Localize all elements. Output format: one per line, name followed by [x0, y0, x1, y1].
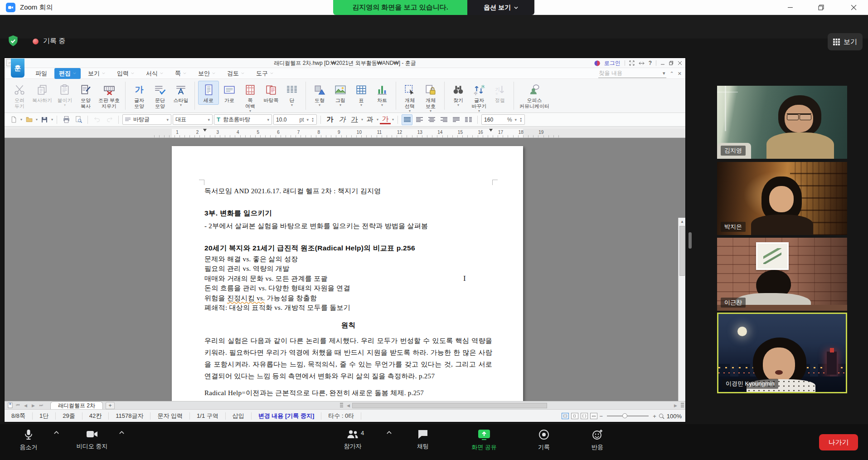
view-options-button[interactable]: 옵션 보기 [467, 0, 534, 15]
font-color-button[interactable]: 가 [380, 115, 391, 124]
tool-replace-button[interactable]: 水수글자바꾸기▾ [469, 81, 490, 114]
zoom-slider-thumb[interactable] [622, 413, 627, 418]
align-divide-button[interactable] [463, 114, 474, 125]
tool-columns-button[interactable]: 단▾ [281, 81, 302, 108]
char-spacing-button[interactable]: 과 [364, 114, 375, 125]
align-center-button[interactable] [426, 114, 437, 125]
save-icon[interactable] [39, 114, 50, 125]
tool-format-painter-button[interactable]: 모양복사 [75, 81, 96, 111]
document-tab[interactable]: 래디컬헬프 2차 [50, 401, 103, 410]
mic-button[interactable]: 음소거 [4, 429, 53, 451]
video-tile[interactable]: 이근찬 [717, 238, 847, 311]
video-options-chevron[interactable] [119, 431, 125, 435]
scrollbar-grip[interactable] [681, 403, 684, 408]
video-tile-active-speaker[interactable]: 이경민 Kyoungmin [717, 313, 847, 393]
tool-paste-button[interactable]: 붙이기▾ [54, 81, 75, 108]
preview-icon[interactable] [73, 114, 84, 125]
tool-table-button[interactable]: 표▾ [351, 81, 372, 108]
scroll-up-icon[interactable]: ▲ [679, 218, 685, 225]
menu-보안[interactable]: 보안 [194, 68, 220, 79]
tool-sort-button[interactable]: 기ㅎ정렬 [490, 81, 510, 105]
menu-쪽[interactable]: 쪽 [170, 68, 191, 79]
menu-입력[interactable]: 입력 [112, 68, 139, 79]
add-tab-button[interactable]: + [106, 402, 115, 409]
new-caret[interactable]: ▾ [20, 117, 22, 122]
right-margin-marker[interactable] [489, 129, 493, 132]
panel-splitter-handle[interactable] [689, 232, 692, 249]
tool-portrait-button[interactable]: 세로 [198, 81, 219, 105]
tool-style-button[interactable]: 스타일▾ [170, 81, 191, 108]
close-button[interactable] [843, 0, 864, 15]
underline-button[interactable]: 가 [349, 114, 360, 125]
font-combo[interactable]: T함초롬바탕▾ [214, 114, 272, 125]
zoom-in-icon[interactable]: + [653, 413, 656, 420]
new-document-icon[interactable] [8, 114, 19, 125]
search-prev-icon[interactable]: ⌃ [670, 71, 674, 77]
tool-master-page-button[interactable]: 바탕쪽 [261, 81, 281, 105]
view-layout-button[interactable]: 보기 [828, 33, 863, 50]
next-tab-icon[interactable]: ▶ [29, 401, 37, 409]
bookmark-icon[interactable] [6, 401, 14, 409]
horizontal-scroll-thumb[interactable] [352, 403, 547, 408]
video-tile[interactable]: 김지영 [717, 86, 847, 159]
align-left-button[interactable] [414, 114, 425, 125]
scrollbar-grip[interactable] [340, 403, 343, 408]
tool-find-button[interactable]: 찾기▾ [448, 81, 469, 108]
fit-width-icon[interactable] [639, 61, 645, 66]
hwp-close-icon[interactable] [678, 61, 682, 65]
tool-para-shape-button[interactable]: 문단모양 [150, 81, 170, 111]
tool-communicator-button[interactable]: 오피스커뮤니케이터 [517, 81, 552, 111]
open-caret[interactable]: ▾ [36, 117, 38, 122]
hwp-minimize-icon[interactable] [660, 61, 665, 65]
left-margin-marker[interactable] [203, 129, 207, 132]
italic-button[interactable]: 가 [337, 114, 348, 125]
document-page[interactable]: 독서모임 AND 2021.6.17. 래디컬 헬프 2차 : 책지기 김지영3… [172, 146, 523, 401]
chat-button[interactable]: 채팅 [398, 429, 448, 450]
tool-object-protect-button[interactable]: 개체보호▾ [420, 81, 441, 114]
menu-파일[interactable]: 파일 [31, 68, 52, 79]
bold-button[interactable]: 가 [325, 114, 335, 125]
zoom-out-icon[interactable]: − [600, 413, 603, 420]
font-size-spinner[interactable]: ▲▼ [311, 117, 314, 122]
menu-서식[interactable]: 서식 [141, 68, 168, 79]
security-shield-icon[interactable] [7, 35, 19, 48]
restore-button[interactable] [810, 0, 831, 15]
align-justify-button[interactable] [402, 114, 412, 125]
view-mode-split-icon[interactable] [581, 413, 588, 419]
menu-편집[interactable]: 편집 [54, 68, 81, 79]
menu-보기[interactable]: 보기 [83, 68, 110, 79]
tool-landscape-button[interactable]: 가로 [219, 81, 240, 105]
search-close-icon[interactable]: ✕ [678, 71, 682, 77]
align-distribute-button[interactable] [451, 114, 461, 125]
reactions-button[interactable]: 반응 [572, 429, 622, 451]
open-file-icon[interactable] [24, 114, 34, 125]
horizontal-scrollbar[interactable]: ◀ ▶ [339, 401, 685, 410]
tool-shapes-button[interactable]: 도형▾ [309, 81, 330, 108]
font-size-combo[interactable]: 10.0pt▾▲▼ [273, 114, 317, 125]
vertical-scrollbar[interactable]: ▲ ▼ ▲▲ ▼▼ [678, 218, 685, 401]
view-mode-full-icon[interactable] [571, 413, 578, 419]
video-tile[interactable]: 박지은 [717, 162, 847, 235]
tool-copy-button[interactable]: 복사하기 [30, 81, 54, 105]
scroll-right-icon[interactable]: ▶ [672, 402, 679, 410]
view-mode-wide-icon[interactable] [590, 413, 597, 419]
prev-tab-icon[interactable]: ◀ [22, 401, 29, 409]
mic-options-chevron[interactable] [53, 431, 59, 435]
tool-erase-marks-button[interactable]: 조판 부호지우기 [96, 81, 122, 111]
fullscreen-icon[interactable] [629, 60, 635, 66]
video-button[interactable]: 비디오 중지 [67, 429, 117, 450]
vertical-scroll-thumb[interactable] [679, 226, 685, 276]
help-icon[interactable]: ? [649, 60, 652, 66]
align-right-button[interactable] [438, 114, 449, 125]
people-options-chevron[interactable] [386, 431, 392, 435]
redo-icon[interactable] [104, 114, 115, 125]
last-tab-icon[interactable]: ⏭ [37, 401, 45, 409]
tool-object-select-button[interactable]: 개체선택▾ [399, 81, 420, 114]
menu-도구[interactable]: 도구 [252, 68, 278, 79]
people-button[interactable]: 참가자 [328, 429, 378, 450]
hwp-restore-icon[interactable] [669, 61, 674, 65]
zoom-level-combo[interactable]: 160%▾▲▼ [481, 114, 525, 125]
zoom-slider[interactable] [607, 416, 649, 416]
first-tab-icon[interactable]: ⏮ [14, 401, 22, 409]
undo-icon[interactable] [92, 114, 102, 125]
